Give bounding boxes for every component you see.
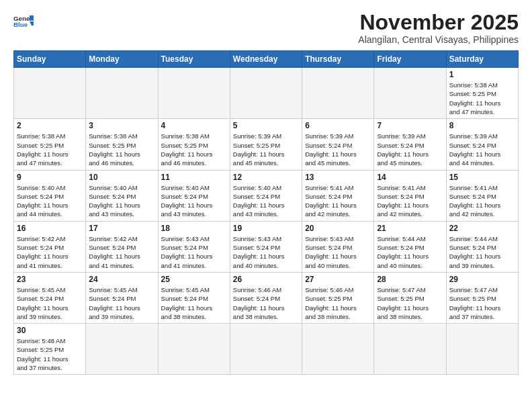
day-number: 16 xyxy=(17,224,83,233)
table-row: 10Sunrise: 5:40 AM Sunset: 5:24 PM Dayli… xyxy=(86,170,158,221)
table-row: 2Sunrise: 5:38 AM Sunset: 5:25 PM Daylig… xyxy=(14,119,86,170)
day-number: 28 xyxy=(377,275,443,284)
day-number: 29 xyxy=(449,275,515,284)
day-number: 12 xyxy=(233,173,299,182)
day-info: Sunrise: 5:42 AM Sunset: 5:24 PM Dayligh… xyxy=(89,234,154,270)
day-number: 1 xyxy=(449,70,515,79)
calendar-row: 30Sunrise: 5:48 AM Sunset: 5:25 PM Dayli… xyxy=(14,324,519,375)
day-number: 18 xyxy=(161,224,227,233)
day-info: Sunrise: 5:43 AM Sunset: 5:24 PM Dayligh… xyxy=(305,234,371,270)
day-number: 20 xyxy=(305,224,371,233)
day-number: 24 xyxy=(89,275,154,284)
day-number: 3 xyxy=(89,121,154,130)
day-info: Sunrise: 5:39 AM Sunset: 5:24 PM Dayligh… xyxy=(305,132,371,167)
header-saturday: Saturday xyxy=(446,51,518,68)
logo: General Blue xyxy=(13,13,34,30)
calendar-row: 1Sunrise: 5:38 AM Sunset: 5:25 PM Daylig… xyxy=(14,68,519,119)
table-row: 19Sunrise: 5:43 AM Sunset: 5:24 PM Dayli… xyxy=(230,221,302,272)
header-wednesday: Wednesday xyxy=(230,51,302,68)
table-row: 12Sunrise: 5:40 AM Sunset: 5:24 PM Dayli… xyxy=(230,170,302,221)
table-row xyxy=(14,68,86,119)
table-row: 21Sunrise: 5:44 AM Sunset: 5:24 PM Dayli… xyxy=(374,221,446,272)
calendar-row: 16Sunrise: 5:42 AM Sunset: 5:24 PM Dayli… xyxy=(14,221,519,272)
day-number: 5 xyxy=(233,121,299,130)
calendar-row: 9Sunrise: 5:40 AM Sunset: 5:24 PM Daylig… xyxy=(14,170,519,221)
table-row: 29Sunrise: 5:47 AM Sunset: 5:25 PM Dayli… xyxy=(446,272,518,323)
table-row xyxy=(86,324,158,375)
logo-icon: General Blue xyxy=(13,13,34,30)
day-info: Sunrise: 5:44 AM Sunset: 5:24 PM Dayligh… xyxy=(377,234,443,270)
table-row: 30Sunrise: 5:48 AM Sunset: 5:25 PM Dayli… xyxy=(14,324,86,375)
table-row xyxy=(374,324,446,375)
header-sunday: Sunday xyxy=(14,51,86,68)
table-row: 17Sunrise: 5:42 AM Sunset: 5:24 PM Dayli… xyxy=(86,221,158,272)
day-info: Sunrise: 5:40 AM Sunset: 5:24 PM Dayligh… xyxy=(161,183,227,219)
day-info: Sunrise: 5:39 AM Sunset: 5:24 PM Dayligh… xyxy=(377,132,443,167)
table-row: 20Sunrise: 5:43 AM Sunset: 5:24 PM Dayli… xyxy=(302,221,374,272)
day-info: Sunrise: 5:40 AM Sunset: 5:24 PM Dayligh… xyxy=(17,183,83,219)
table-row: 27Sunrise: 5:46 AM Sunset: 5:25 PM Dayli… xyxy=(302,272,374,323)
day-number: 7 xyxy=(377,121,443,130)
table-row: 26Sunrise: 5:46 AM Sunset: 5:24 PM Dayli… xyxy=(230,272,302,323)
table-row: 7Sunrise: 5:39 AM Sunset: 5:24 PM Daylig… xyxy=(374,119,446,170)
day-info: Sunrise: 5:45 AM Sunset: 5:24 PM Dayligh… xyxy=(161,285,227,321)
day-number: 19 xyxy=(233,224,299,233)
table-row xyxy=(86,68,158,119)
day-info: Sunrise: 5:40 AM Sunset: 5:24 PM Dayligh… xyxy=(89,183,154,219)
table-row xyxy=(302,324,374,375)
day-number: 15 xyxy=(449,173,515,182)
table-row: 22Sunrise: 5:44 AM Sunset: 5:24 PM Dayli… xyxy=(446,221,518,272)
day-info: Sunrise: 5:43 AM Sunset: 5:24 PM Dayligh… xyxy=(233,234,299,270)
table-row: 28Sunrise: 5:47 AM Sunset: 5:25 PM Dayli… xyxy=(374,272,446,323)
day-info: Sunrise: 5:46 AM Sunset: 5:24 PM Dayligh… xyxy=(233,285,299,321)
day-number: 6 xyxy=(305,121,371,130)
day-info: Sunrise: 5:48 AM Sunset: 5:25 PM Dayligh… xyxy=(17,336,83,372)
header-tuesday: Tuesday xyxy=(158,51,230,68)
table-row: 23Sunrise: 5:45 AM Sunset: 5:24 PM Dayli… xyxy=(14,272,86,323)
day-number: 9 xyxy=(17,173,83,182)
title-section: November 2025 Alangilan, Central Visayas… xyxy=(358,11,519,45)
day-info: Sunrise: 5:41 AM Sunset: 5:24 PM Dayligh… xyxy=(377,183,443,219)
day-info: Sunrise: 5:47 AM Sunset: 5:25 PM Dayligh… xyxy=(377,285,443,321)
svg-marker-2 xyxy=(30,15,34,21)
day-number: 23 xyxy=(17,275,83,284)
table-row: 13Sunrise: 5:41 AM Sunset: 5:24 PM Dayli… xyxy=(302,170,374,221)
table-row: 8Sunrise: 5:39 AM Sunset: 5:24 PM Daylig… xyxy=(446,119,518,170)
table-row xyxy=(158,324,230,375)
table-row: 14Sunrise: 5:41 AM Sunset: 5:24 PM Dayli… xyxy=(374,170,446,221)
day-number: 17 xyxy=(89,224,154,233)
table-row: 15Sunrise: 5:41 AM Sunset: 5:24 PM Dayli… xyxy=(446,170,518,221)
day-number: 4 xyxy=(161,121,227,130)
day-number: 27 xyxy=(305,275,371,284)
table-row: 6Sunrise: 5:39 AM Sunset: 5:24 PM Daylig… xyxy=(302,119,374,170)
header-thursday: Thursday xyxy=(302,51,374,68)
day-number: 26 xyxy=(233,275,299,284)
table-row: 25Sunrise: 5:45 AM Sunset: 5:24 PM Dayli… xyxy=(158,272,230,323)
table-row: 4Sunrise: 5:38 AM Sunset: 5:25 PM Daylig… xyxy=(158,119,230,170)
table-row: 18Sunrise: 5:43 AM Sunset: 5:24 PM Dayli… xyxy=(158,221,230,272)
day-info: Sunrise: 5:44 AM Sunset: 5:24 PM Dayligh… xyxy=(449,234,515,270)
table-row xyxy=(158,68,230,119)
day-info: Sunrise: 5:41 AM Sunset: 5:24 PM Dayligh… xyxy=(449,183,515,219)
day-info: Sunrise: 5:39 AM Sunset: 5:24 PM Dayligh… xyxy=(449,132,515,167)
location-title: Alangilan, Central Visayas, Philippines xyxy=(358,34,519,45)
header-friday: Friday xyxy=(374,51,446,68)
table-row: 3Sunrise: 5:38 AM Sunset: 5:25 PM Daylig… xyxy=(86,119,158,170)
day-info: Sunrise: 5:38 AM Sunset: 5:25 PM Dayligh… xyxy=(17,132,83,167)
day-number: 21 xyxy=(377,224,443,233)
day-info: Sunrise: 5:38 AM Sunset: 5:25 PM Dayligh… xyxy=(89,132,154,167)
table-row: 11Sunrise: 5:40 AM Sunset: 5:24 PM Dayli… xyxy=(158,170,230,221)
day-number: 10 xyxy=(89,173,154,182)
day-info: Sunrise: 5:46 AM Sunset: 5:25 PM Dayligh… xyxy=(305,285,371,321)
day-info: Sunrise: 5:43 AM Sunset: 5:24 PM Dayligh… xyxy=(161,234,227,270)
day-number: 8 xyxy=(449,121,515,130)
header-monday: Monday xyxy=(86,51,158,68)
day-number: 22 xyxy=(449,224,515,233)
month-title: November 2025 xyxy=(358,11,519,34)
table-row: 24Sunrise: 5:45 AM Sunset: 5:24 PM Dayli… xyxy=(86,272,158,323)
day-info: Sunrise: 5:47 AM Sunset: 5:25 PM Dayligh… xyxy=(449,285,515,321)
day-number: 14 xyxy=(377,173,443,182)
day-info: Sunrise: 5:42 AM Sunset: 5:24 PM Dayligh… xyxy=(17,234,83,270)
day-number: 25 xyxy=(161,275,227,284)
table-row: 5Sunrise: 5:39 AM Sunset: 5:25 PM Daylig… xyxy=(230,119,302,170)
